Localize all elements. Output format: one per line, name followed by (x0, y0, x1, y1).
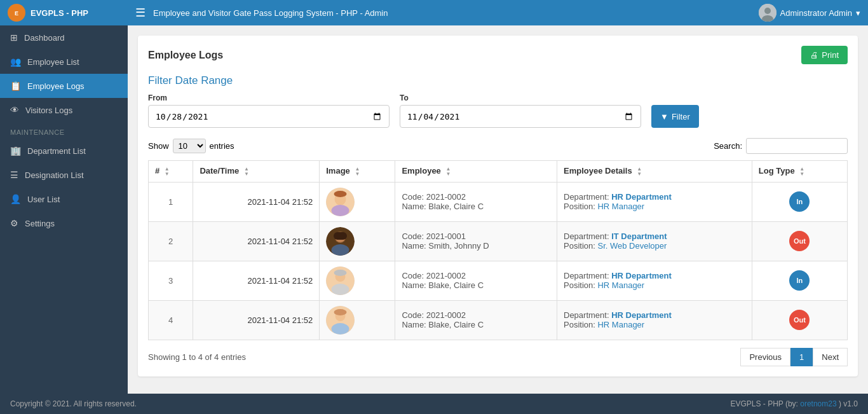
designation-list-icon: ☰ (10, 170, 18, 180)
cell-image (320, 182, 395, 221)
table-controls: Show 10 25 50 100 entries Search: (148, 138, 848, 154)
department-list-icon: 🏢 (10, 146, 21, 156)
show-label: Show (148, 141, 169, 151)
sidebar-item-label-designation-list: Designation List (25, 170, 84, 180)
dept-value: IT Department (611, 231, 667, 241)
pos-info: Position: HR Manager (564, 202, 745, 211)
pos-value: HR Manager (597, 280, 644, 290)
layout: ⊞ Dashboard 👥 Employee List 📋 Employee L… (0, 25, 868, 414)
pos-label: Position: (564, 280, 597, 290)
dept-info: Department: IT Department (564, 231, 745, 241)
cell-employee-details: Department: HR Department Position: HR M… (557, 182, 752, 221)
pos-value: HR Manager (597, 202, 644, 211)
cell-datetime: 2021-11-04 21:52 (193, 300, 320, 340)
filter-to-group: To (400, 93, 641, 128)
dept-value: HR Department (611, 192, 672, 202)
dept-info: Department: HR Department (564, 271, 745, 280)
col-image: Image ▲▼ (320, 161, 395, 183)
logo-icon: E (8, 4, 25, 22)
sidebar-item-dashboard[interactable]: ⊞ Dashboard (0, 25, 128, 50)
filter-to-input[interactable] (400, 105, 641, 128)
search-input[interactable] (746, 138, 848, 154)
sidebar-item-designation-list[interactable]: ☰ Designation List (0, 163, 128, 187)
prev-button[interactable]: Previous (740, 348, 790, 366)
cell-num: 2 (149, 221, 193, 261)
search-area: Search: (714, 138, 848, 154)
svg-point-20 (332, 323, 349, 335)
table-footer: Showing 1 to 4 of 4 entries Previous 1 N… (148, 348, 848, 366)
logs-table: # ▲▼ Date/Time ▲▼ Image ▲▼ Employee ▲▼ E (148, 160, 848, 340)
table-row: 1 2021-11-04 21:52 Code: 2021-0002 Name:… (149, 182, 848, 221)
svg-text:E: E (15, 10, 18, 17)
entries-select[interactable]: 10 25 50 100 (173, 139, 206, 153)
cell-image (320, 261, 395, 300)
employee-name: Name: Blake, Claire C (402, 320, 550, 329)
svg-point-16 (332, 284, 349, 295)
svg-point-22 (334, 309, 347, 315)
cell-employee-details: Department: HR Department Position: HR M… (557, 300, 752, 340)
sidebar-item-department-list[interactable]: 🏢 Department List (0, 139, 128, 163)
sidebar-item-label-employee-logs: Employee Logs (27, 81, 85, 91)
print-button[interactable]: 🖨 Print (801, 46, 848, 64)
sidebar-item-visitors-logs[interactable]: 👁 Visitors Logs (0, 98, 128, 122)
admin-avatar (759, 4, 776, 22)
dept-label: Department: (564, 231, 611, 241)
cell-employee: Code: 2021-0002 Name: Blake, Claire C (395, 261, 557, 300)
svg-point-11 (332, 244, 349, 256)
dept-info: Department: HR Department (564, 192, 745, 202)
cell-log-type: In (752, 261, 847, 300)
pos-info: Position: Sr. Web Developer (564, 241, 745, 251)
admin-dropdown[interactable]: Adminstrator Admin ▾ (759, 4, 860, 22)
next-button[interactable]: Next (813, 348, 848, 366)
log-type-badge: Out (789, 310, 810, 330)
user-list-icon: 👤 (10, 194, 21, 204)
dept-value: HR Department (611, 310, 672, 320)
cell-employee: Code: 2021-0002 Name: Blake, Claire C (395, 182, 557, 221)
pos-value: HR Manager (597, 320, 644, 329)
sidebar-item-label-settings: Settings (25, 219, 55, 228)
filter-from-input[interactable] (148, 105, 390, 128)
hamburger-icon[interactable]: ☰ (135, 6, 146, 20)
sidebar-item-label-dashboard: Dashboard (24, 33, 65, 43)
printer-icon: 🖨 (810, 50, 818, 60)
employee-code: Code: 2021-0002 (402, 310, 550, 320)
svg-point-7 (332, 205, 349, 216)
cell-log-type: In (752, 182, 847, 221)
dept-label: Department: (564, 271, 611, 280)
pos-label: Position: (564, 320, 597, 329)
filter-title: Filter Date Range (148, 74, 848, 87)
sidebar-item-label-user-list: User List (27, 195, 60, 204)
footer-credit-link[interactable]: oretnom23 (800, 399, 836, 408)
sidebar-item-settings[interactable]: ⚙ Settings (0, 211, 128, 235)
pos-label: Position: (564, 241, 597, 251)
pos-info: Position: HR Manager (564, 320, 745, 329)
settings-icon: ⚙ (10, 218, 18, 228)
filter-to-label: To (400, 93, 641, 102)
table-row: 3 2021-11-04 21:52 Code: 2021-0002 Name:… (149, 261, 848, 300)
filter-button[interactable]: ▼ Filter (651, 105, 699, 128)
filter-from-group: From (148, 93, 390, 128)
showing-text: Showing 1 to 4 of 4 entries (148, 352, 246, 362)
footer: Copyright © 2021. All rights reserved. E… (0, 394, 868, 414)
table-row: 4 2021-11-04 21:52 Code: 2021-0002 Name:… (149, 300, 848, 340)
filter-section: Filter Date Range From To ▼ Filter (148, 74, 848, 128)
sidebar-item-employee-list[interactable]: 👥 Employee List (0, 50, 128, 74)
svg-point-3 (764, 8, 771, 14)
sidebar-item-label-department-list: Department List (27, 146, 86, 156)
search-label: Search: (714, 141, 742, 151)
sidebar: ⊞ Dashboard 👥 Employee List 📋 Employee L… (0, 25, 128, 414)
sidebar-item-employee-logs[interactable]: 📋 Employee Logs (0, 74, 128, 98)
card-header: Employee Logs 🖨 Print (148, 46, 848, 64)
pos-info: Position: HR Manager (564, 280, 745, 290)
employee-avatar (326, 227, 355, 256)
log-type-badge: In (789, 270, 810, 291)
filter-label: Filter (672, 112, 690, 121)
cell-log-type: Out (752, 300, 847, 340)
admin-dropdown-icon: ▾ (856, 8, 860, 18)
cell-datetime: 2021-11-04 21:52 (193, 182, 320, 221)
cell-datetime: 2021-11-04 21:52 (193, 261, 320, 300)
visitors-logs-icon: 👁 (10, 105, 19, 115)
cell-log-type: Out (752, 221, 847, 261)
page-1-button[interactable]: 1 (790, 348, 813, 366)
sidebar-item-user-list[interactable]: 👤 User List (0, 187, 128, 211)
